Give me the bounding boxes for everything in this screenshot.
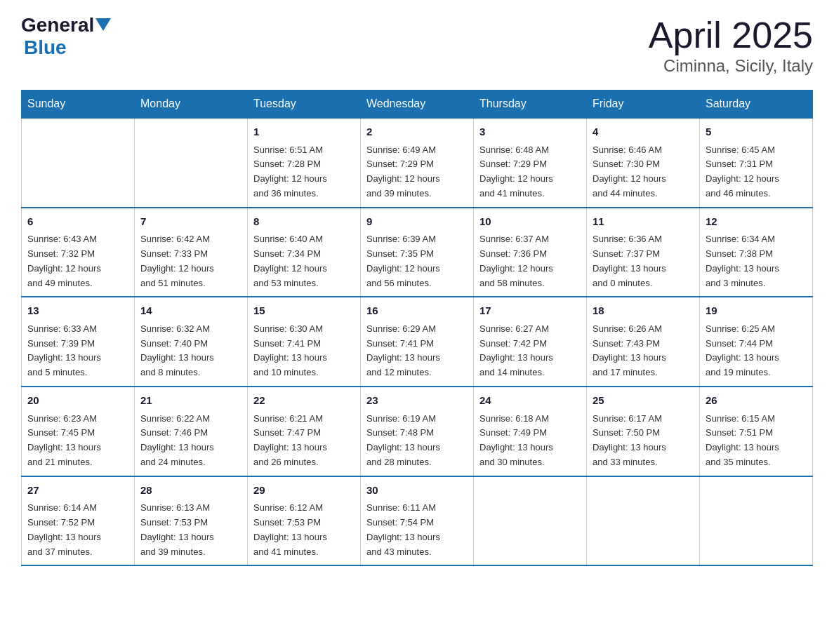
day-info-line: Sunset: 7:48 PM — [366, 427, 434, 438]
page-header: General Blue April 2025 Ciminna, Sicily,… — [21, 14, 813, 76]
weekday-header-thursday: Thursday — [474, 90, 587, 119]
day-info: Sunrise: 6:22 AMSunset: 7:46 PMDaylight:… — [140, 412, 241, 470]
day-info-line: Sunset: 7:41 PM — [366, 338, 434, 349]
day-number: 1 — [253, 124, 355, 140]
calendar-cell: 1Sunrise: 6:51 AMSunset: 7:28 PMDaylight… — [248, 118, 361, 208]
calendar-cell: 12Sunrise: 6:34 AMSunset: 7:38 PMDayligh… — [700, 208, 813, 297]
day-info-line: Sunset: 7:53 PM — [140, 517, 208, 528]
day-number: 2 — [366, 124, 468, 140]
calendar-header-row: SundayMondayTuesdayWednesdayThursdayFrid… — [22, 90, 813, 119]
calendar-cell: 20Sunrise: 6:23 AMSunset: 7:45 PMDayligh… — [22, 387, 135, 476]
weekday-header-sunday: Sunday — [22, 90, 135, 119]
day-info-line: and 35 minutes. — [706, 457, 771, 467]
calendar-cell: 6Sunrise: 6:43 AMSunset: 7:32 PMDaylight… — [22, 208, 135, 297]
day-info-line: and 0 minutes. — [593, 278, 652, 288]
day-info-line: and 53 minutes. — [253, 278, 319, 288]
day-info-line: and 14 minutes. — [479, 367, 545, 377]
weekday-header-monday: Monday — [135, 90, 248, 119]
calendar-week-row: 1Sunrise: 6:51 AMSunset: 7:28 PMDaylight… — [22, 118, 813, 208]
day-number: 28 — [140, 483, 241, 499]
day-info: Sunrise: 6:51 AMSunset: 7:28 PMDaylight:… — [253, 143, 355, 201]
day-info-line: Sunrise: 6:32 AM — [140, 323, 210, 334]
day-info-line: Sunset: 7:44 PM — [706, 338, 773, 349]
day-number: 22 — [253, 393, 355, 409]
day-info-line: Sunrise: 6:51 AM — [253, 145, 323, 155]
day-info-line: Sunrise: 6:26 AM — [593, 323, 662, 334]
day-info-line: Sunrise: 6:39 AM — [366, 234, 436, 244]
day-info-line: Sunrise: 6:36 AM — [593, 234, 662, 244]
day-info-line: Daylight: 13 hours — [706, 352, 779, 363]
day-info-line: and 26 minutes. — [253, 457, 319, 467]
day-info: Sunrise: 6:40 AMSunset: 7:34 PMDaylight:… — [253, 232, 355, 290]
day-info: Sunrise: 6:49 AMSunset: 7:29 PMDaylight:… — [366, 143, 468, 201]
day-info-line: Daylight: 13 hours — [140, 532, 214, 542]
day-info-line: Daylight: 13 hours — [27, 352, 101, 363]
calendar-cell — [135, 118, 248, 208]
day-number: 3 — [479, 124, 581, 140]
calendar-cell: 3Sunrise: 6:48 AMSunset: 7:29 PMDaylight… — [474, 118, 587, 208]
day-info: Sunrise: 6:43 AMSunset: 7:32 PMDaylight:… — [27, 232, 128, 290]
calendar-cell: 16Sunrise: 6:29 AMSunset: 7:41 PMDayligh… — [361, 297, 474, 387]
day-info: Sunrise: 6:29 AMSunset: 7:41 PMDaylight:… — [366, 322, 468, 380]
weekday-header-wednesday: Wednesday — [361, 90, 474, 119]
calendar-cell: 26Sunrise: 6:15 AMSunset: 7:51 PMDayligh… — [700, 387, 813, 476]
day-info: Sunrise: 6:39 AMSunset: 7:35 PMDaylight:… — [366, 232, 468, 290]
day-info-line: Sunrise: 6:40 AM — [253, 234, 323, 244]
day-info-line: Daylight: 13 hours — [593, 352, 666, 363]
day-info: Sunrise: 6:12 AMSunset: 7:53 PMDaylight:… — [253, 501, 355, 559]
page-subtitle: Ciminna, Sicily, Italy — [649, 56, 813, 76]
day-info-line: and 43 minutes. — [366, 546, 432, 557]
day-info-line: Daylight: 12 hours — [253, 173, 327, 184]
weekday-header-tuesday: Tuesday — [248, 90, 361, 119]
day-info-line: and 30 minutes. — [479, 457, 545, 467]
day-info: Sunrise: 6:42 AMSunset: 7:33 PMDaylight:… — [140, 232, 241, 290]
day-info-line: Daylight: 13 hours — [27, 532, 101, 542]
day-info-line: Daylight: 13 hours — [593, 263, 666, 274]
day-info-line: and 51 minutes. — [140, 278, 206, 288]
calendar-cell — [22, 118, 135, 208]
weekday-header-saturday: Saturday — [700, 90, 813, 119]
logo: General Blue — [21, 14, 111, 59]
day-info: Sunrise: 6:18 AMSunset: 7:49 PMDaylight:… — [479, 412, 581, 470]
day-info-line: Daylight: 12 hours — [593, 173, 666, 184]
day-info-line: Sunrise: 6:34 AM — [706, 234, 775, 244]
day-info-line: Sunrise: 6:25 AM — [706, 323, 775, 334]
day-info-line: Sunset: 7:51 PM — [706, 427, 773, 438]
calendar-cell: 2Sunrise: 6:49 AMSunset: 7:29 PMDaylight… — [361, 118, 474, 208]
day-number: 25 — [593, 393, 694, 409]
day-info-line: Sunrise: 6:19 AM — [366, 413, 436, 424]
day-info: Sunrise: 6:21 AMSunset: 7:47 PMDaylight:… — [253, 412, 355, 470]
day-info-line: and 10 minutes. — [253, 367, 319, 377]
calendar-cell: 11Sunrise: 6:36 AMSunset: 7:37 PMDayligh… — [587, 208, 700, 297]
day-info: Sunrise: 6:25 AMSunset: 7:44 PMDaylight:… — [706, 322, 807, 380]
day-info-line: and 28 minutes. — [366, 457, 432, 467]
day-info-line: Sunset: 7:40 PM — [140, 338, 208, 349]
day-info-line: and 39 minutes. — [140, 546, 206, 557]
day-info-line: Sunset: 7:30 PM — [593, 159, 660, 169]
day-info: Sunrise: 6:37 AMSunset: 7:36 PMDaylight:… — [479, 232, 581, 290]
weekday-header-friday: Friday — [587, 90, 700, 119]
day-info-line: and 41 minutes. — [479, 188, 545, 199]
day-info-line: Sunset: 7:37 PM — [593, 248, 660, 259]
day-info-line: Sunrise: 6:18 AM — [479, 413, 549, 424]
day-number: 6 — [27, 214, 128, 230]
day-info: Sunrise: 6:14 AMSunset: 7:52 PMDaylight:… — [27, 501, 128, 559]
day-info-line: Sunrise: 6:13 AM — [140, 502, 210, 513]
calendar-cell — [700, 476, 813, 566]
day-info-line: Daylight: 12 hours — [253, 263, 327, 274]
day-info-line: Sunrise: 6:46 AM — [593, 145, 662, 155]
day-info-line: Daylight: 13 hours — [27, 442, 101, 452]
day-info-line: Sunrise: 6:48 AM — [479, 145, 549, 155]
svg-marker-0 — [95, 18, 111, 31]
day-number: 11 — [593, 214, 694, 230]
day-info-line: Daylight: 12 hours — [479, 263, 553, 274]
day-info-line: and 24 minutes. — [140, 457, 206, 467]
day-info-line: Sunrise: 6:12 AM — [253, 502, 323, 513]
calendar-cell: 10Sunrise: 6:37 AMSunset: 7:36 PMDayligh… — [474, 208, 587, 297]
day-info-line: Sunrise: 6:30 AM — [253, 323, 323, 334]
day-info-line: Sunset: 7:39 PM — [27, 338, 95, 349]
page-title: April 2025 — [649, 14, 813, 56]
day-info: Sunrise: 6:17 AMSunset: 7:50 PMDaylight:… — [593, 412, 694, 470]
day-info-line: Sunrise: 6:29 AM — [366, 323, 436, 334]
day-info-line: Sunset: 7:52 PM — [27, 517, 95, 528]
